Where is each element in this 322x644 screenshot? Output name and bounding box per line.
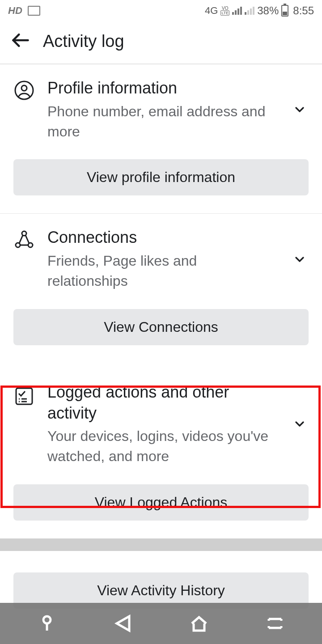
svg-point-5 [28,243,33,247]
view-connections-button[interactable]: View Connections [13,309,309,345]
status-bar: HD 4G VOLTE 38% 8:55 [0,0,322,21]
volte-icon: VOLTE [220,6,229,15]
battery-icon [281,5,288,17]
section-profile-info: Profile information Phone number, email … [0,64,322,214]
svg-line-6 [19,235,23,243]
section-row-connections[interactable]: Connections Friends, Page likes and rela… [13,227,309,291]
section-activity-history: View Activity History [0,551,322,609]
logged-actions-icon [13,382,35,409]
section-divider [0,538,322,551]
clock: 8:55 [293,4,314,17]
page-title: Activity log [43,32,124,51]
back-icon[interactable] [11,30,30,52]
connections-icon [13,227,35,252]
nav-assistant-icon[interactable] [36,613,58,634]
image-indicator-icon [28,6,40,16]
profile-icon [13,78,35,103]
section-title: Connections [47,227,278,248]
system-nav-bar [0,603,322,644]
svg-point-14 [43,616,51,623]
section-subtitle: Your devices, logins, videos you've watc… [47,426,278,466]
nav-recents-icon[interactable] [264,613,286,634]
section-logged-actions: Logged actions and other activity Your d… [0,363,322,521]
svg-marker-16 [117,616,129,631]
status-left: HD [8,5,40,17]
chevron-down-icon[interactable] [291,252,309,267]
section-title: Logged actions and other activity [47,382,278,424]
section-subtitle: Friends, Page likes and relationships [47,251,278,291]
network-type: 4G [205,5,218,17]
signal-sim2-icon [245,7,254,15]
svg-point-3 [22,231,26,236]
app-bar: Activity log [0,21,322,64]
view-logged-actions-button[interactable]: View Logged Actions [13,484,309,521]
chevron-down-icon[interactable] [291,102,309,117]
section-subtitle: Phone number, email address and more [47,102,278,142]
svg-point-2 [21,85,27,91]
nav-home-icon[interactable] [188,613,210,634]
svg-line-7 [25,235,29,243]
section-row-profile[interactable]: Profile information Phone number, email … [13,78,309,141]
svg-point-4 [16,243,20,247]
section-connections: Connections Friends, Page likes and rela… [0,214,322,345]
chevron-down-icon[interactable] [291,417,309,431]
section-title: Profile information [47,78,278,99]
section-row-logged-actions[interactable]: Logged actions and other activity Your d… [13,382,309,466]
signal-sim1-icon [232,7,242,15]
hd-indicator: HD [8,5,22,17]
view-profile-info-button[interactable]: View profile information [13,159,309,195]
battery-percent: 38% [257,4,279,17]
nav-back-icon[interactable] [112,613,134,634]
status-right: 4G VOLTE 38% 8:55 [205,4,314,17]
